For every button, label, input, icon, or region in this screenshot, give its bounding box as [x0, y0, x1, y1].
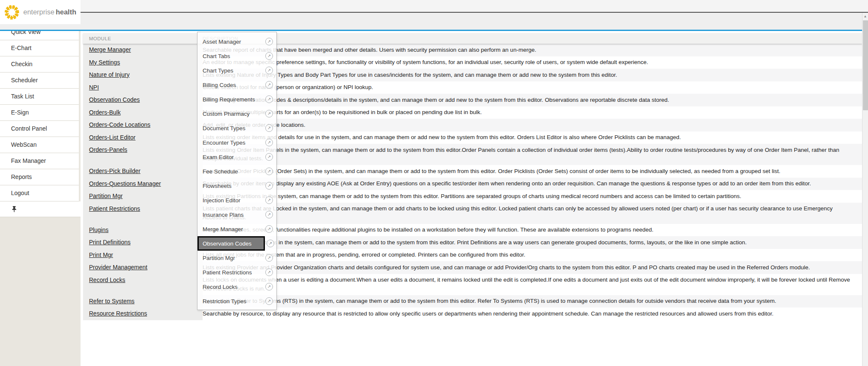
menu-item-label: Partition Mgr [203, 255, 235, 261]
scrollbar-thumb[interactable] [863, 20, 868, 110]
module-cell: Print Definitions [83, 236, 203, 249]
module-link-npi[interactable]: NPI [89, 84, 99, 91]
module-link-resource-restrictions[interactable]: Resource Restrictions [89, 310, 147, 317]
menu-item-observation-codes[interactable]: Observation Codes↗ [198, 236, 265, 251]
menu-item-billing-requirements[interactable]: Billing Requirements↗ [198, 92, 276, 106]
open-new-window-icon[interactable]: ↗ [265, 67, 273, 74]
open-new-window-icon[interactable]: ↗ [265, 95, 273, 103]
module-link-print-definitions[interactable]: Print Definitions [89, 239, 131, 246]
menu-item-asset-manager[interactable]: Asset Manager↗ [198, 34, 276, 49]
module-description: An editor to manage specific preference … [203, 56, 862, 69]
vertical-scrollbar[interactable]: ▲ [862, 13, 868, 366]
module-cell: Orders-Questions Manager [83, 178, 203, 190]
sidebar-item-fax-manager[interactable]: Fax Manager [0, 153, 79, 169]
module-link-print-mgr[interactable]: Print Mgr [89, 251, 113, 258]
module-link-orders-list-editor[interactable]: Orders-List Editor [89, 134, 136, 141]
open-new-window-icon[interactable]: ↗ [265, 196, 273, 204]
open-new-window-icon[interactable]: ↗ [265, 225, 273, 233]
open-new-window-icon[interactable]: ↗ [265, 283, 273, 291]
open-new-window-icon[interactable]: ↗ [265, 297, 273, 305]
menu-item-restriction-types[interactable]: Restriction Types↗ [198, 294, 276, 308]
menu-item-merge-manager[interactable]: Merge Manager↗ [198, 222, 276, 236]
sidebar-item-logout[interactable]: Logout [0, 185, 79, 201]
menu-item-label: Billing Codes [203, 82, 236, 88]
menu-item-injection-editor[interactable]: Injection Editor↗ [198, 193, 276, 207]
logo-text-bold: health [56, 8, 76, 16]
open-new-window-icon[interactable]: ↗ [267, 240, 274, 247]
module-cell: Plugins [83, 224, 203, 237]
module-link-provider-management[interactable]: Provider Management [89, 264, 147, 271]
menu-item-chart-types[interactable]: Chart Types↗ [198, 63, 276, 78]
open-new-window-icon[interactable]: ↗ [265, 182, 273, 190]
open-new-window-icon[interactable]: ↗ [265, 81, 273, 89]
open-new-window-icon[interactable]: ↗ [265, 52, 273, 60]
admin-tab-strip [0, 13, 868, 31]
sidebar-item-e-chart[interactable]: E-Chart [0, 40, 79, 56]
module-link-patient-restrictions[interactable]: Patient Restrictions [89, 205, 140, 212]
module-link-nature-of-injury[interactable]: Nature of Injury [89, 71, 130, 78]
sidebar-item-task-list[interactable]: Task List [0, 89, 79, 105]
open-new-window-icon[interactable]: ↗ [265, 124, 273, 132]
module-description: Lists existing Nature of Injury Types an… [203, 69, 862, 81]
open-new-window-icon[interactable]: ↗ [265, 168, 273, 175]
menu-item-label: Asset Manager [203, 39, 241, 45]
menu-item-flowsheets[interactable]: Flowsheets↗ [198, 179, 276, 193]
open-new-window-icon[interactable]: ↗ [265, 153, 273, 161]
menu-item-insurance-plans[interactable]: Insurance Plans↗ [198, 207, 276, 222]
module-link-orders-bulk[interactable]: Orders-Bulk [89, 109, 121, 116]
module-cell: Observation Codes [83, 94, 203, 106]
module-description: Searchable by order item, to display any… [203, 178, 862, 190]
sidebar-pin-toggle[interactable] [0, 201, 81, 217]
menu-item-record-locks[interactable]: Record Locks↗ [198, 279, 276, 294]
menu-item-encounter-types[interactable]: Encounter Types↗ [198, 135, 276, 150]
menu-item-document-types[interactable]: Document Types↗ [198, 121, 276, 135]
sidebar-item-scheduler[interactable]: Scheduler [0, 73, 79, 89]
open-new-window-icon[interactable]: ↗ [265, 110, 273, 117]
module-description: Method to select multiple charts for an … [203, 106, 862, 119]
menu-item-partition-mgr[interactable]: Partition Mgr↗ [198, 251, 276, 265]
module-description: Lists existing Provider and Provider Org… [203, 261, 862, 274]
module-link-refer-to-systems[interactable]: Refer to Systems [89, 298, 134, 305]
module-link-orders-pick-builder[interactable]: Orders-Pick Builder [89, 168, 140, 174]
module-link-orders-code-locations[interactable]: Orders-Code Locations [89, 121, 150, 128]
scroll-up-arrow-icon[interactable]: ▲ [862, 14, 868, 19]
sidebar-item-reports[interactable]: Reports [0, 169, 79, 185]
menu-item-label: Record Locks [203, 284, 238, 290]
module-description: Lists existing Print Definitions in the … [203, 236, 862, 249]
sidebar-item-checkin[interactable]: Checkin [0, 56, 79, 73]
module-link-observation-codes[interactable]: Observation Codes [89, 96, 140, 103]
menu-item-label: Merge Manager [203, 226, 243, 232]
menu-item-chart-tabs[interactable]: Chart Tabs↗ [198, 49, 276, 63]
module-description: Lists existing Order Picklists (Order Se… [203, 165, 862, 178]
menu-item-patient-restrictions[interactable]: Patient Restrictions↗ [198, 265, 276, 279]
module-cell: Refer to Systems [83, 295, 203, 308]
module-description: Lists existing order items and details f… [203, 131, 862, 144]
module-link-merge-manager[interactable]: Merge Manager [89, 46, 131, 53]
module-link-partition-mgr[interactable]: Partition Mgr [89, 193, 122, 199]
open-new-window-icon[interactable]: ↗ [265, 254, 273, 262]
menu-item-label: Document Types [203, 125, 245, 131]
open-new-window-icon[interactable]: ↗ [265, 211, 273, 218]
menu-item-fee-schedule[interactable]: Fee Schedule↗ [198, 164, 276, 179]
module-description: Add, edit, or delete order code location… [203, 119, 862, 131]
module-description: Lists all print jobs for the system that… [203, 249, 862, 262]
module-cell: Merge Manager [83, 44, 203, 56]
module-link-orders-panels[interactable]: Orders-Panels [89, 146, 127, 153]
sidebar-item-webscan[interactable]: WebScan [0, 137, 79, 153]
module-cell: My Settings [83, 56, 203, 69]
sidebar-item-control-panel[interactable]: Control Panel [0, 121, 79, 137]
module-cell: NPI [83, 81, 203, 94]
module-link-my-settings[interactable]: My Settings [89, 59, 120, 66]
sidebar-item-e-sign[interactable]: E-Sign [0, 105, 79, 121]
open-new-window-icon[interactable]: ↗ [265, 38, 273, 45]
menu-item-custom-pharmacy[interactable]: Custom Pharmacy↗ [198, 106, 276, 121]
menu-item-exam-editor[interactable]: Exam Editor↗ [198, 150, 276, 164]
module-cell: Patient Restrictions [83, 203, 203, 224]
app-logo[interactable]: enterprisehealth [0, 0, 81, 24]
open-new-window-icon[interactable]: ↗ [265, 139, 273, 146]
module-link-orders-questions-manager[interactable]: Orders-Questions Manager [89, 180, 161, 187]
menu-item-billing-codes[interactable]: Billing Codes↗ [198, 78, 276, 92]
module-link-record-locks[interactable]: Record Locks [89, 277, 125, 283]
module-link-plugins[interactable]: Plugins [89, 226, 108, 233]
open-new-window-icon[interactable]: ↗ [265, 268, 273, 276]
